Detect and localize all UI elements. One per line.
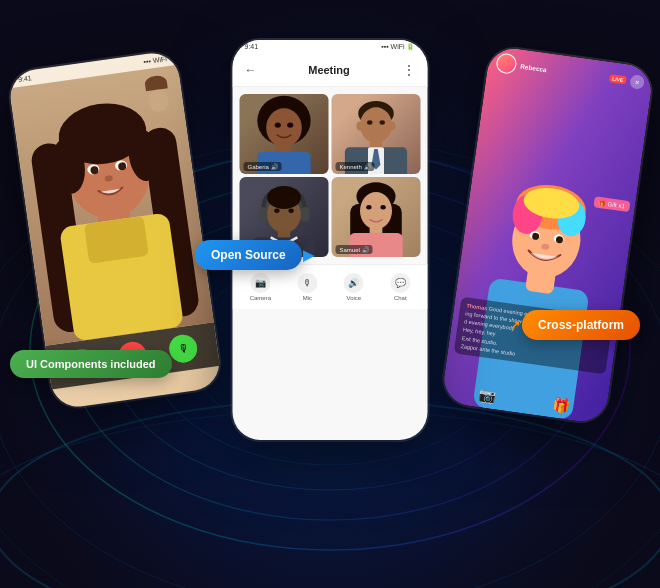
camera-btn[interactable]: 📷 Camera	[250, 273, 271, 301]
mic-label: Mic	[303, 295, 312, 301]
svg-point-26	[266, 108, 302, 147]
left-portrait	[9, 65, 214, 346]
stream-top-bar: Rebecca LIVE ×	[486, 45, 654, 100]
chat-label: Chat	[394, 295, 407, 301]
left-signal: ▪▪▪ WiFi	[143, 55, 167, 65]
stream-controls: LIVE ×	[608, 71, 645, 90]
center-signal: ▪▪▪ WiFi 🔋	[381, 43, 415, 51]
svg-point-30	[287, 122, 293, 127]
svg-point-53	[380, 205, 385, 209]
center-time: 9:41	[245, 43, 259, 51]
stream-overlay: Rebecca LIVE × 🎁 Gift x1	[441, 45, 654, 424]
voice-icon: 🔊	[344, 273, 364, 293]
voice-btn[interactable]: 🔊 Voice	[344, 273, 364, 301]
stream-camera-icon[interactable]: 📷	[478, 386, 497, 404]
svg-point-38	[367, 120, 372, 124]
cross-platform-label: Cross-platform	[538, 318, 624, 332]
stream-bottom-bar: 📷 🎁	[441, 381, 607, 420]
gift-icon: 🎁	[598, 199, 606, 207]
person4-name: Samuel 🔊	[340, 246, 369, 253]
person1-label: Gaberia 🔊	[244, 162, 282, 171]
voice-label: Voice	[347, 295, 362, 301]
svg-rect-15	[84, 216, 149, 264]
video-cell-1: Gaberia 🔊	[240, 94, 329, 174]
ui-components-label: UI Components included	[26, 358, 156, 370]
right-phone-frame: Rebecca LIVE × 🎁 Gift x1	[441, 45, 654, 424]
mic-icon: 🎙	[297, 273, 317, 293]
svg-point-32	[360, 107, 392, 143]
center-status-bar: 9:41 ▪▪▪ WiFi 🔋	[233, 40, 428, 54]
right-phone: Rebecca LIVE × 🎁 Gift x1	[441, 45, 654, 424]
more-menu-icon[interactable]: ⋮	[402, 62, 416, 78]
close-icon: ×	[634, 77, 640, 87]
person1-name: Gaberia 🔊	[248, 163, 278, 170]
person2-name: Kenneth 🔊	[340, 163, 371, 170]
person2-label: Kenneth 🔊	[336, 162, 375, 171]
ui-components-badge: UI Components included	[10, 350, 172, 378]
meeting-header: ← Meeting ⋮	[233, 54, 428, 87]
left-time: 9:41	[18, 74, 32, 83]
svg-point-51	[360, 192, 392, 229]
chat-btn[interactable]: 💬 Chat	[390, 273, 410, 301]
svg-point-33	[356, 122, 363, 131]
camera-icon: 📷	[250, 273, 270, 293]
svg-point-39	[380, 120, 385, 124]
svg-point-34	[388, 122, 395, 131]
camera-label: Camera	[250, 295, 271, 301]
open-source-badge: Open Source	[195, 240, 302, 270]
woman-portrait-svg	[9, 65, 214, 346]
meeting-nav: 📷 Camera 🎙 Mic 🔊 Voice 💬 Chat	[233, 264, 428, 309]
main-scene: 9:41 ▪▪▪ WiFi	[0, 0, 660, 588]
streamer-name: Rebecca	[520, 62, 547, 73]
live-badge: LIVE	[609, 74, 627, 84]
video-cell-4: Samuel 🔊	[332, 177, 421, 257]
svg-point-43	[267, 186, 301, 209]
streamer-avatar-thumb	[495, 52, 518, 75]
video-cell-2: Kenneth 🔊	[332, 94, 421, 174]
back-arrow-icon[interactable]: ←	[245, 63, 257, 77]
stream-gift-icon[interactable]: 🎁	[552, 396, 571, 414]
svg-point-52	[366, 205, 371, 209]
gift-label: Gift x1	[607, 201, 625, 209]
video-grid: Gaberia 🔊	[237, 91, 424, 260]
open-source-label: Open Source	[211, 248, 286, 262]
streamer-info: Rebecca	[495, 52, 548, 79]
mic-btn-center[interactable]: 🎙 Mic	[297, 273, 317, 301]
close-stream-btn[interactable]: ×	[629, 74, 645, 90]
chat-icon: 💬	[390, 273, 410, 293]
meeting-title: Meeting	[257, 64, 402, 76]
person4-label: Samuel 🔊	[336, 245, 373, 254]
video-grid-container: Gaberia 🔊	[233, 87, 428, 264]
mic-btn[interactable]: 🎙	[168, 333, 200, 365]
cross-platform-badge: Cross-platform	[522, 310, 640, 340]
gift-badge: 🎁 Gift x1	[593, 196, 631, 212]
svg-point-44	[274, 209, 279, 213]
svg-point-45	[288, 209, 293, 213]
svg-point-29	[275, 122, 281, 127]
